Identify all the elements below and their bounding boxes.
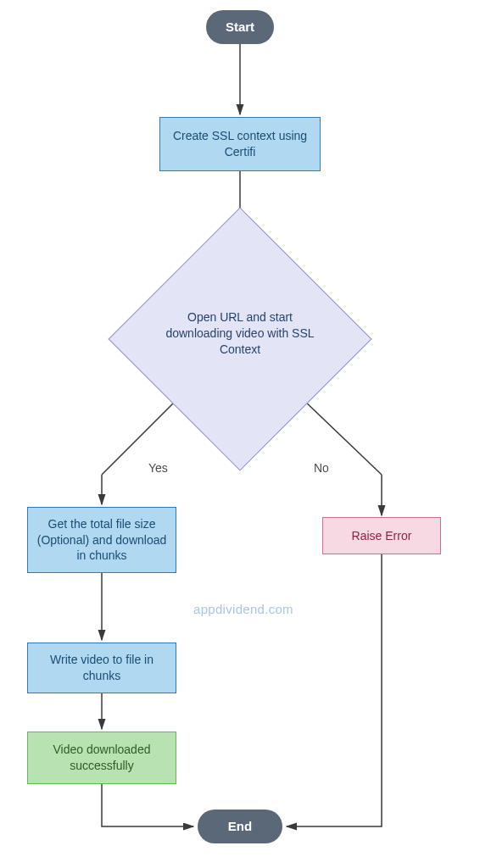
- process-write-video-label: Write video to file in chunks: [36, 652, 167, 684]
- process-create-ssl-label: Create SSL context using Certifi: [169, 128, 311, 160]
- terminal-end-label: End: [228, 818, 252, 835]
- terminal-start: Start: [206, 10, 274, 44]
- process-create-ssl: Create SSL context using Certifi: [159, 117, 321, 171]
- edge-label-no: No: [314, 461, 329, 475]
- decision-open-url-label: Open URL and start downloading video wit…: [164, 309, 316, 358]
- process-raise-error-label: Raise Error: [352, 528, 412, 544]
- watermark-text: appdividend.com: [193, 602, 293, 616]
- process-get-size: Get the total file size (Optional) and d…: [27, 507, 176, 573]
- terminal-end: End: [198, 810, 282, 843]
- process-raise-error: Raise Error: [322, 517, 441, 554]
- process-get-size-label: Get the total file size (Optional) and d…: [36, 516, 167, 565]
- process-write-video: Write video to file in chunks: [27, 643, 176, 693]
- process-success-label: Video downloaded successfully: [36, 742, 167, 774]
- terminal-start-label: Start: [226, 19, 254, 36]
- edge-label-yes: Yes: [148, 461, 168, 475]
- process-success: Video downloaded successfully: [27, 732, 176, 784]
